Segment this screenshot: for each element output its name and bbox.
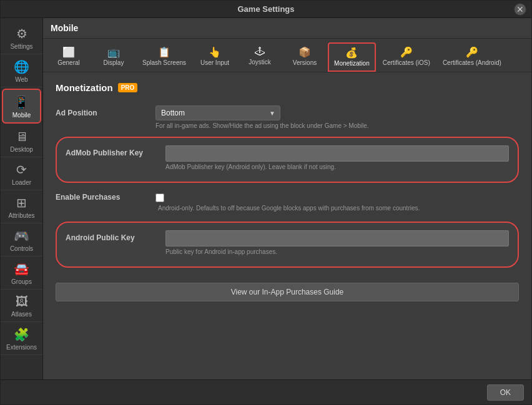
close-button[interactable]: ✕ [514, 3, 526, 16]
sidebar-item-extensions[interactable]: 🧩 Extensions [1, 322, 42, 355]
main-window: Game Settings ✕ ⚙ Settings 🌐 Web 📱 Mobil… [0, 0, 532, 405]
ad-position-row: Ad Position Bottom Top ▼ For all in-game… [56, 105, 519, 129]
android-key-hint: Public key for Android in-app purchases. [165, 248, 509, 255]
tab-splash-label: Splash Screens [142, 59, 186, 66]
attributes-icon: ⊞ [16, 195, 27, 210]
tab-cert-ios-label: Certificates (iOS) [383, 59, 430, 66]
ad-position-dropdown-wrapper: Bottom Top ▼ [155, 105, 280, 120]
enable-purchases-checkbox[interactable] [155, 193, 164, 202]
sidebar-label-extensions: Extensions [6, 344, 37, 351]
sidebar-item-attributes[interactable]: ⊞ Attributes [1, 190, 42, 223]
pro-badge: PRO [118, 83, 138, 92]
bottom-bar: OK [1, 379, 531, 404]
content-area: Monetization PRO Ad Position Bottom Top … [43, 72, 531, 379]
tab-versions[interactable]: 📦 Versions [283, 42, 327, 72]
tab-general-label: General [57, 59, 80, 66]
tab-display[interactable]: 📺 Display [92, 42, 135, 72]
sidebar-label-mobile: Mobile [12, 112, 31, 119]
web-icon: 🌐 [14, 59, 29, 74]
sidebar-label-web: Web [15, 76, 27, 83]
cert-ios-tab-icon: 🔑 [400, 46, 413, 58]
android-key-label: Android Public Key [66, 230, 165, 242]
admob-section: AdMob Publisher Key AdMob Publisher key … [56, 137, 519, 183]
enable-purchases-hint: Android-only. Defaults to off because Go… [158, 205, 519, 212]
admob-key-control: AdMob Publisher key (Android only). Leav… [165, 145, 509, 170]
admob-key-hint: AdMob Publisher key (Android only). Leav… [165, 163, 509, 170]
panel: Mobile ⬜ General 📺 Display 📋 Splash Scre… [43, 18, 531, 379]
versions-tab-icon: 📦 [298, 46, 311, 58]
admob-key-label: AdMob Publisher Key [66, 145, 165, 157]
sidebar-label-settings: Settings [10, 43, 32, 50]
sidebar-item-mobile[interactable]: 📱 Mobile [2, 89, 41, 124]
joystick-tab-icon: 🕹 [255, 46, 265, 57]
admob-key-input[interactable] [165, 145, 509, 162]
extensions-icon: 🧩 [14, 327, 29, 342]
sidebar-item-atlases[interactable]: 🖼 Atlases [1, 290, 42, 322]
cert-android-tab-icon: 🔑 [466, 46, 478, 58]
enable-purchases-row: Enable Purchases [56, 193, 519, 202]
ad-position-label: Ad Position [56, 105, 155, 117]
ok-button[interactable]: OK [487, 384, 524, 401]
admob-key-row: AdMob Publisher Key AdMob Publisher key … [66, 145, 509, 170]
section-title-row: Monetization PRO [56, 82, 519, 93]
sidebar-label-desktop: Desktop [10, 146, 33, 153]
mobile-icon: 📱 [14, 95, 29, 110]
section-title-text: Monetization [56, 82, 113, 93]
window-title: Game Settings [237, 4, 294, 14]
tab-userinput[interactable]: 👆 User Input [193, 42, 237, 72]
tab-userinput-label: User Input [200, 59, 229, 66]
tab-versions-label: Versions [293, 59, 317, 66]
android-key-input[interactable] [165, 230, 509, 246]
android-key-section: Android Public Key Public key for Androi… [56, 222, 519, 268]
userinput-tab-icon: 👆 [209, 46, 221, 58]
display-tab-icon: 📺 [107, 46, 120, 58]
monetization-tab-icon: 💰 [345, 47, 358, 59]
tab-cert-android-label: Certificates (Android) [443, 59, 501, 66]
tab-certificates-ios[interactable]: 🔑 Certificates (iOS) [377, 42, 436, 72]
sidebar-item-desktop[interactable]: 🖥 Desktop [1, 125, 42, 157]
sidebar-label-loader: Loader [12, 179, 31, 186]
tab-certificates-android[interactable]: 🔑 Certificates (Android) [437, 42, 507, 72]
tab-joystick[interactable]: 🕹 Joystick [238, 42, 282, 72]
ad-position-control: Bottom Top ▼ For all in-game ads. Show/H… [155, 105, 519, 129]
tab-general[interactable]: ⬜ General [47, 42, 91, 72]
controls-icon: 🎮 [14, 228, 29, 243]
android-key-row: Android Public Key Public key for Androi… [66, 230, 509, 255]
tab-splash[interactable]: 📋 Splash Screens [137, 42, 192, 72]
sidebar-label-attributes: Attributes [8, 212, 34, 219]
guide-button[interactable]: View our In-App Purchases Guide [56, 283, 519, 301]
sidebar-item-web[interactable]: 🌐 Web [1, 54, 42, 87]
main-content: ⚙ Settings 🌐 Web 📱 Mobile 🖥 Desktop ⟳ Lo… [1, 18, 531, 379]
sidebar-label-groups: Groups [11, 278, 32, 285]
tab-bar: ⬜ General 📺 Display 📋 Splash Screens 👆 U… [43, 39, 531, 72]
sidebar-item-controls[interactable]: 🎮 Controls [1, 223, 42, 256]
groups-icon: 🚘 [14, 261, 29, 276]
tab-monetization[interactable]: 💰 Monetization [328, 42, 376, 72]
settings-icon: ⚙ [16, 26, 27, 41]
panel-title: Mobile [43, 18, 531, 39]
tab-joystick-label: Joystick [249, 59, 271, 66]
tab-display-label: Display [104, 59, 124, 66]
ad-position-select[interactable]: Bottom Top [155, 105, 280, 120]
enable-purchases-label: Enable Purchases [56, 193, 155, 202]
android-key-control: Public key for Android in-app purchases. [165, 230, 509, 255]
tab-monetization-label: Monetization [334, 60, 370, 67]
sidebar-item-settings[interactable]: ⚙ Settings [1, 21, 42, 54]
title-bar: Game Settings ✕ [1, 1, 531, 18]
loader-icon: ⟳ [16, 162, 27, 177]
sidebar-item-groups[interactable]: 🚘 Groups [1, 256, 42, 290]
sidebar-item-loader[interactable]: ⟳ Loader [1, 157, 42, 190]
desktop-icon: 🖥 [16, 130, 28, 144]
sidebar-label-atlases: Atlases [11, 311, 32, 318]
splash-tab-icon: 📋 [158, 46, 170, 58]
general-tab-icon: ⬜ [62, 46, 75, 58]
ad-position-hint: For all in-game ads. Show/Hide the ad us… [155, 122, 519, 129]
sidebar: ⚙ Settings 🌐 Web 📱 Mobile 🖥 Desktop ⟳ Lo… [1, 18, 43, 379]
sidebar-label-controls: Controls [10, 245, 33, 252]
atlases-icon: 🖼 [16, 295, 28, 309]
